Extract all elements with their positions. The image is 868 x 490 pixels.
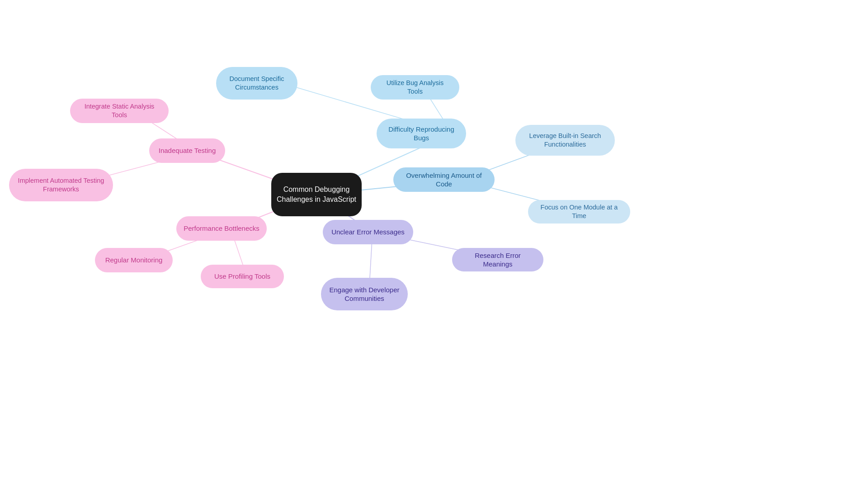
use-profiling-node: Use Profiling Tools: [201, 265, 284, 288]
inadequate-testing-node: Inadequate Testing: [149, 138, 225, 163]
implement-automated-node: Implement Automated Testing Frameworks: [9, 169, 113, 201]
overwhelming-code-node: Overwhelming Amount of Code: [393, 167, 495, 192]
integrate-static-node: Integrate Static Analysis Tools: [70, 99, 169, 123]
unclear-error-node: Unclear Error Messages: [323, 220, 413, 244]
difficulty-reproducing-node: Difficulty Reproducing Bugs: [377, 119, 466, 148]
utilize-bug-node: Utilize Bug Analysis Tools: [371, 75, 459, 100]
leverage-builtin-node: Leverage Built-in Search Functionalities: [515, 125, 615, 156]
research-error-node: Research Error Meanings: [452, 248, 543, 271]
focus-one-module-node: Focus on One Module at a Time: [528, 200, 630, 224]
performance-bottlenecks-node: Performance Bottlenecks: [176, 216, 267, 241]
regular-monitoring-node: Regular Monitoring: [95, 248, 173, 272]
center-node: Common Debugging Challenges in JavaScrip…: [271, 173, 362, 216]
engage-developer-node: Engage with Developer Communities: [321, 278, 408, 310]
document-specific-node: Document Specific Circumstances: [216, 67, 297, 100]
